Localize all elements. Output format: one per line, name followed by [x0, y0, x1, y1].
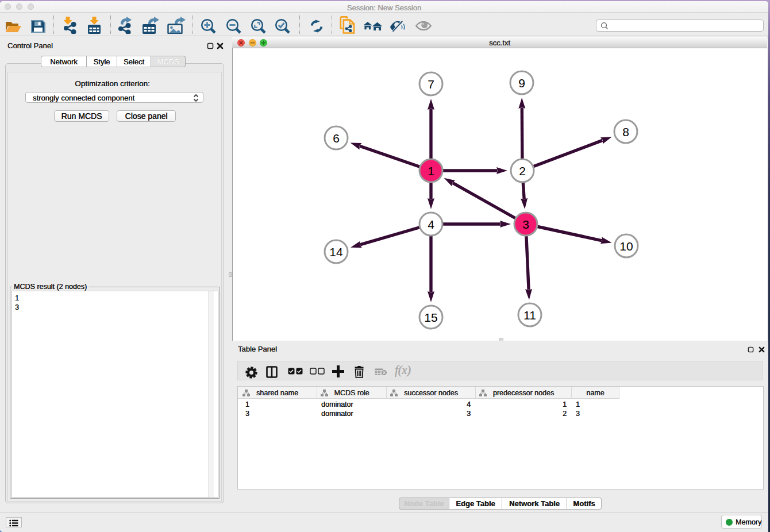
svg-text:11: 11 — [523, 309, 536, 322]
svg-text:10: 10 — [619, 240, 633, 253]
svg-text:2: 2 — [519, 164, 526, 178]
svg-text:14: 14 — [329, 245, 343, 259]
svg-text:7: 7 — [428, 78, 434, 91]
svg-text:3: 3 — [522, 218, 529, 231]
svg-text:8: 8 — [622, 125, 629, 138]
svg-text:1: 1 — [428, 164, 434, 178]
svg-text:4: 4 — [428, 218, 434, 231]
svg-text:9: 9 — [518, 76, 525, 90]
svg-text:6: 6 — [333, 132, 340, 145]
svg-text:15: 15 — [424, 311, 437, 324]
